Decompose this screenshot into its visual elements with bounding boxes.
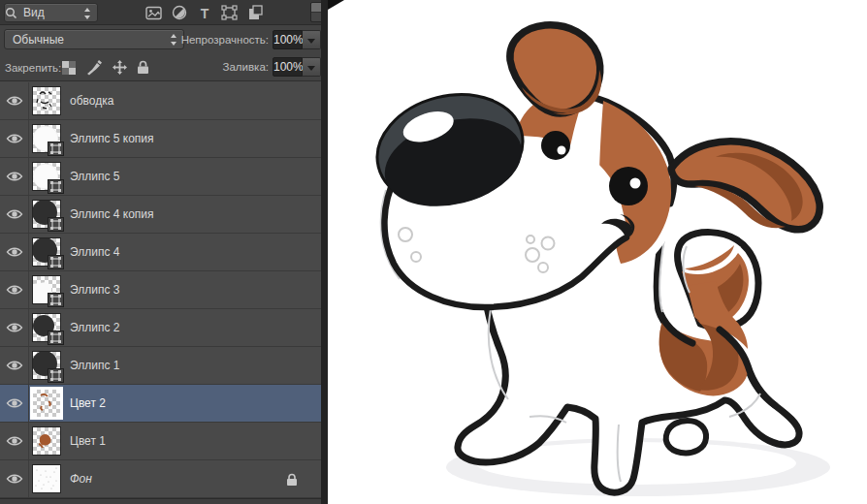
- lock-options-bar: Закрепить: Заливка: 100%: [0, 54, 321, 81]
- eye-icon: [6, 171, 23, 182]
- blend-mode-dropdown[interactable]: Обычные: [4, 29, 184, 49]
- opacity-dropdown-button[interactable]: [303, 30, 321, 49]
- layer-name[interactable]: Фон: [70, 460, 92, 497]
- layer-name[interactable]: Эллипс 2: [70, 309, 119, 346]
- eye-icon: [6, 435, 23, 447]
- layers-filter-bar: Вид T: [0, 0, 321, 25]
- eye-icon: [6, 322, 23, 333]
- layer-thumbnail[interactable]: [32, 464, 61, 493]
- layer-visibility-toggle[interactable]: [0, 271, 29, 308]
- shape-layers-filter-icon[interactable]: [221, 5, 238, 21]
- layer-name[interactable]: обводка: [70, 82, 113, 119]
- lock-transparency-icon[interactable]: [61, 60, 77, 79]
- layer-visibility-toggle[interactable]: [0, 234, 29, 270]
- lock-label: Закрепить:: [5, 62, 61, 74]
- layer-name[interactable]: Эллипс 4 копия: [70, 196, 154, 233]
- layer-row-2[interactable]: Эллипс 5 копия: [0, 120, 321, 158]
- smart-object-filter-icon[interactable]: [246, 5, 263, 21]
- blend-mode-value: Обычные: [13, 33, 64, 47]
- opacity-value[interactable]: 100%: [273, 30, 303, 49]
- eye-icon: [6, 208, 23, 220]
- fill-label: Заливка:: [223, 61, 269, 73]
- eye-icon: [6, 95, 23, 107]
- filter-kind-label: Вид: [23, 6, 45, 19]
- layer-visibility-toggle[interactable]: [0, 196, 29, 233]
- eye-icon: [6, 284, 23, 296]
- layer-thumbnail[interactable]: [32, 426, 61, 456]
- layer-visibility-toggle[interactable]: [0, 120, 29, 157]
- layer-name[interactable]: Эллипс 1: [70, 347, 119, 384]
- photoshop-window: Вид T: [0, 0, 867, 504]
- layer-thumbnail[interactable]: [32, 86, 61, 115]
- vector-mask-badge: [48, 368, 64, 383]
- layer-row-3[interactable]: Эллипс 5: [0, 158, 321, 196]
- dog-rear-far-paw: [666, 421, 706, 453]
- updown-arrows-icon: [171, 34, 177, 46]
- canvas-corner-artifact: [328, 0, 347, 12]
- vector-mask-badge: [48, 293, 64, 307]
- dog-right-ear: [671, 142, 819, 230]
- dog-left-ear: [510, 25, 601, 115]
- fill-value[interactable]: 100%: [273, 57, 303, 77]
- eye-icon: [6, 360, 23, 371]
- layer-name[interactable]: Цвет 2: [70, 385, 106, 422]
- eye-icon: [6, 133, 23, 144]
- eye-icon: [6, 246, 23, 258]
- layer-visibility-toggle[interactable]: [0, 460, 29, 497]
- layer-row-1[interactable]: обводка: [0, 82, 321, 120]
- layer-visibility-toggle[interactable]: [0, 309, 29, 346]
- dog-right-eye: [609, 167, 648, 205]
- layers-list: обводка Эллипс 5 копия Эллипс 5: [0, 82, 321, 498]
- document-canvas: [328, 0, 867, 504]
- layer-row-6[interactable]: Эллипс 3: [0, 271, 321, 309]
- layer-row-10[interactable]: Цвет 1: [0, 423, 321, 460]
- updown-arrows-icon: [84, 8, 91, 19]
- layer-name[interactable]: Эллипс 5 копия: [70, 120, 154, 157]
- panel-divider: [321, 0, 328, 504]
- layer-visibility-toggle[interactable]: [0, 82, 29, 119]
- vector-mask-badge: [48, 255, 64, 269]
- vector-mask-badge: [48, 331, 64, 345]
- layer-thumbnail[interactable]: [32, 389, 61, 418]
- dog-left-eye: [541, 131, 570, 160]
- eye-icon: [6, 397, 23, 409]
- layer-row-4[interactable]: Эллипс 4 копия: [0, 196, 321, 234]
- blend-options-bar: Обычные Непрозрачность: 100%: [0, 25, 321, 54]
- opacity-label: Непрозрачность:: [181, 34, 269, 46]
- layer-name[interactable]: Цвет 1: [70, 423, 106, 459]
- lock-pixels-brush-icon[interactable]: [85, 59, 103, 79]
- filtering-toggle[interactable]: [310, 2, 321, 22]
- filter-kind-dropdown[interactable]: Вид: [4, 3, 98, 22]
- vector-mask-badge: [48, 142, 64, 156]
- lock-position-move-icon[interactable]: [112, 59, 128, 79]
- svg-text:T: T: [200, 6, 209, 20]
- layer-name[interactable]: Эллипс 3: [70, 271, 119, 308]
- panel-footer: [0, 498, 321, 504]
- layers-panel: Вид T: [0, 0, 321, 504]
- layer-visibility-toggle[interactable]: [0, 385, 29, 422]
- layer-row-5[interactable]: Эллипс 4: [0, 234, 321, 271]
- layer-visibility-toggle[interactable]: [0, 158, 29, 195]
- eye-icon: [6, 473, 23, 485]
- vector-mask-badge: [48, 217, 64, 232]
- pixel-layers-filter-icon[interactable]: [145, 5, 162, 21]
- layer-visibility-toggle[interactable]: [0, 423, 29, 459]
- lock-all-icon[interactable]: [137, 60, 149, 78]
- layer-row-7[interactable]: Эллипс 2: [0, 309, 321, 347]
- type-layers-filter-icon[interactable]: T: [196, 5, 212, 21]
- layer-lock-icon: [286, 473, 298, 487]
- layer-row-11[interactable]: Фон: [0, 460, 321, 498]
- search-icon: [5, 7, 17, 19]
- adjustment-layers-filter-icon[interactable]: [171, 5, 187, 21]
- dog-illustration: [328, 0, 867, 504]
- vector-mask-badge: [48, 179, 64, 194]
- layer-name[interactable]: Эллипс 5: [70, 158, 119, 195]
- layer-row-9[interactable]: Цвет 2: [0, 385, 321, 423]
- layer-visibility-toggle[interactable]: [0, 347, 29, 384]
- layer-row-8[interactable]: Эллипс 1: [0, 347, 321, 385]
- layer-name[interactable]: Эллипс 4: [70, 234, 119, 270]
- fill-dropdown-button[interactable]: [303, 57, 321, 77]
